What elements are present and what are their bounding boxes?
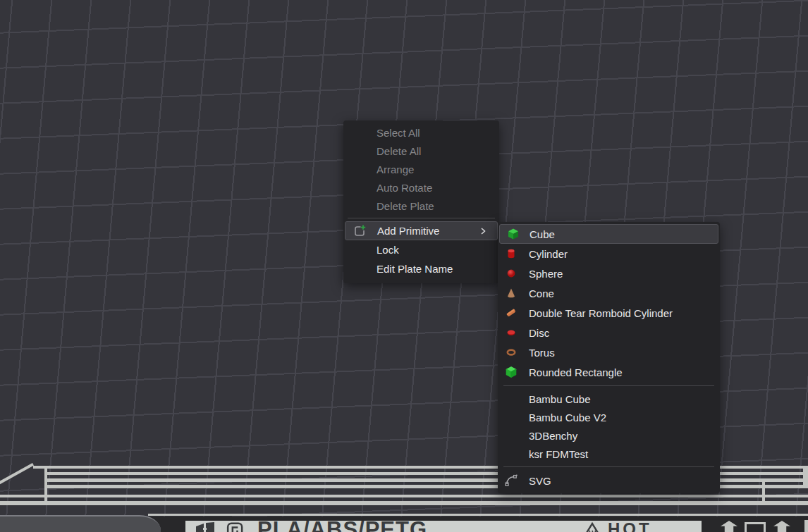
submenu-item-cube[interactable]: Cube xyxy=(499,224,718,244)
cone-icon xyxy=(504,286,518,300)
plate-edge-stripe xyxy=(0,501,808,505)
submenu-item-label: Disc xyxy=(529,327,549,339)
plate-context-menu: Select All Delete All Arrange Auto Rotat… xyxy=(343,120,499,283)
bambu-studio-viewport-screen: { "colors": { "viewport_bg": "#35353b", … xyxy=(0,0,808,532)
menu-item-label: Lock xyxy=(377,244,399,256)
submenu-item-sphere[interactable]: Sphere xyxy=(498,264,720,283)
submenu-item-3dbenchy[interactable]: 3DBenchy xyxy=(498,426,720,445)
menu-item-delete-plate: Delete Plate xyxy=(343,197,499,215)
menu-item-edit-plate-name[interactable]: Edit Plate Name xyxy=(343,259,499,278)
submenu-item-svg[interactable]: SVG xyxy=(498,471,720,490)
cylinder-icon xyxy=(504,247,518,261)
menu-item-label: Select All xyxy=(377,127,420,139)
submenu-item-cone[interactable]: Cone xyxy=(498,283,720,303)
makerworld-logo xyxy=(225,522,246,532)
submenu-item-label: Bambu Cube V2 xyxy=(529,412,606,423)
menu-item-auto-rotate: Auto Rotate xyxy=(343,178,499,197)
plate-edge-connector-right xyxy=(762,481,765,505)
double-tear-romboid-cylinder-icon xyxy=(504,306,518,320)
plate-edge-mark-right xyxy=(803,468,808,485)
submenu-item-rounded-rectangle[interactable]: Rounded Rectangle xyxy=(498,362,720,382)
submenu-item-cylinder[interactable]: Cylinder xyxy=(498,244,720,264)
plate-square-mark xyxy=(745,522,766,532)
menu-item-label: Arrange xyxy=(377,163,414,175)
menu-item-delete-all: Delete All xyxy=(343,142,499,160)
submenu-item-ksr-fdmtest[interactable]: ksr FDMTest xyxy=(498,445,720,463)
rounded-rectangle-icon xyxy=(504,365,518,379)
menu-item-label: Edit Plate Name xyxy=(377,263,453,275)
submenu-item-label: Cylinder xyxy=(529,248,568,260)
menu-item-label: Delete All xyxy=(377,145,421,157)
cube-icon xyxy=(506,227,520,241)
plate-edge-connector-left xyxy=(44,467,47,502)
submenu-separator xyxy=(503,385,714,386)
plate-handle-tab xyxy=(0,515,161,532)
menu-item-label: Delete Plate xyxy=(377,200,434,212)
menu-item-arrange: Arrange xyxy=(343,160,499,178)
plate-edge-stripe xyxy=(0,495,808,497)
submenu-separator xyxy=(503,466,714,467)
svg-bezier-icon xyxy=(504,474,518,488)
menu-item-add-primitive[interactable]: Add Primitive xyxy=(345,221,498,240)
hot-warning-icon xyxy=(582,521,602,532)
plate-corner-mark xyxy=(804,520,808,532)
torus-icon xyxy=(504,345,518,359)
submenu-item-label: Cone xyxy=(529,287,554,299)
submenu-item-label: Double Tear Romboid Cylinder xyxy=(529,307,673,319)
menu-item-select-all: Select All xyxy=(343,123,499,142)
submenu-item-torus[interactable]: Torus xyxy=(498,342,720,362)
chevron-right-icon xyxy=(479,227,487,235)
plate-material-label: PLA/ABS/PETG xyxy=(257,521,427,532)
submenu-item-label: Sphere xyxy=(529,268,563,280)
bambu-lab-logo xyxy=(195,522,216,532)
submenu-item-label: 3DBenchy xyxy=(529,430,577,442)
menu-item-lock[interactable]: Lock xyxy=(343,240,499,259)
menu-item-label: Add Primitive xyxy=(377,225,439,237)
menu-item-label: Auto Rotate xyxy=(377,182,432,194)
hot-warning-label: HOT xyxy=(608,521,652,532)
submenu-item-label: SVG xyxy=(529,475,551,487)
sphere-icon xyxy=(504,266,518,280)
add-primitive-icon xyxy=(353,224,367,238)
disc-icon xyxy=(504,326,518,340)
submenu-item-double-tear-romboid-cylinder[interactable]: Double Tear Romboid Cylinder xyxy=(498,303,720,323)
submenu-item-label: Bambu Cube xyxy=(529,393,591,405)
submenu-item-label: Rounded Rectangle xyxy=(529,366,623,378)
submenu-item-label: ksr FDMTest xyxy=(529,448,588,460)
add-primitive-submenu: Cube Cylinder Sphere Cone xyxy=(498,222,720,493)
menu-separator xyxy=(348,218,495,218)
submenu-item-label: Cube xyxy=(530,228,555,240)
plate-front-edge-line xyxy=(148,514,808,516)
plate-edge-diagonal xyxy=(0,463,34,485)
submenu-item-bambu-cube[interactable]: Bambu Cube xyxy=(498,390,720,408)
submenu-item-label: Torus xyxy=(529,347,555,359)
submenu-item-bambu-cube-v2[interactable]: Bambu Cube V2 xyxy=(498,408,720,426)
plate-label-strip: PLA/ABS/PETG HOT xyxy=(185,521,702,532)
submenu-item-disc[interactable]: Disc xyxy=(498,323,720,342)
